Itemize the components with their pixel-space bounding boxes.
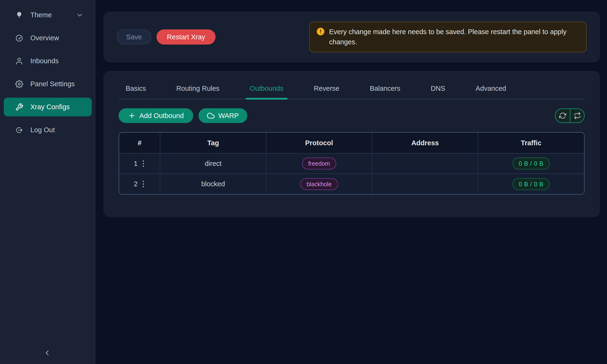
- sidebar-item-label: Theme: [30, 11, 52, 19]
- actions-card: Save Restart Xray ! Every change made he…: [103, 12, 600, 62]
- config-tabs: Basics Routing Rules Outbounds Reverse B…: [119, 71, 585, 99]
- table-header-row: # Tag Protocol Address Traffic: [119, 133, 584, 153]
- repeat-icon: [574, 112, 581, 119]
- table-row: 1 direct freedom 0 B / 0 B: [119, 153, 584, 174]
- warp-label: WARP: [218, 112, 239, 120]
- sidebar: Theme Overview Inbounds: [0, 0, 95, 364]
- add-outbound-button[interactable]: Add Outbound: [119, 108, 193, 123]
- row-menu-ellipsis-icon[interactable]: [141, 159, 145, 168]
- sidebar-item-xray-configs[interactable]: Xray Configs: [4, 98, 92, 116]
- row-index: 2: [134, 180, 138, 188]
- tag-cell: direct: [160, 153, 266, 174]
- table-row: 2 blocked blackhole 0 B / 0 B: [119, 174, 584, 194]
- logout-icon: [15, 126, 23, 134]
- sidebar-item-label: Xray Configs: [30, 103, 70, 111]
- sidebar-item-theme[interactable]: Theme: [4, 6, 92, 25]
- sidebar-item-log-out[interactable]: Log Out: [4, 121, 92, 139]
- repeat-button[interactable]: [570, 109, 584, 122]
- sidebar-nav: Theme Overview Inbounds: [0, 0, 95, 139]
- tab-dns[interactable]: DNS: [426, 85, 449, 99]
- warp-button[interactable]: WARP: [198, 108, 247, 123]
- protocol-badge: blackhole: [300, 178, 338, 190]
- sidebar-item-label: Panel Settings: [30, 80, 75, 88]
- tab-basics[interactable]: Basics: [121, 85, 150, 99]
- refresh-button-group: [555, 108, 585, 123]
- column-header-address: Address: [372, 133, 478, 153]
- user-icon: [15, 57, 23, 65]
- sidebar-item-label: Inbounds: [30, 57, 59, 65]
- sidebar-item-overview[interactable]: Overview: [4, 29, 92, 47]
- restart-xray-button[interactable]: Restart Xray: [157, 29, 215, 45]
- xray-config-card: Basics Routing Rules Outbounds Reverse B…: [103, 71, 600, 217]
- chevron-left-icon: [43, 349, 51, 357]
- gauge-icon: [15, 34, 23, 42]
- sidebar-item-inbounds[interactable]: Inbounds: [4, 52, 92, 70]
- outbounds-table: # Tag Protocol Address Traffic 1: [119, 132, 585, 195]
- address-cell: [372, 153, 478, 174]
- row-index: 1: [134, 160, 138, 168]
- alert-text: Every change made here needs to be saved…: [329, 27, 579, 47]
- gear-icon: [15, 80, 23, 88]
- outbounds-toolbar: Add Outbound WARP: [119, 108, 585, 123]
- save-button[interactable]: Save: [117, 29, 151, 45]
- sidebar-item-label: Log Out: [30, 126, 55, 134]
- tab-balancers[interactable]: Balancers: [365, 85, 405, 99]
- traffic-badge: 0 B / 0 B: [513, 178, 550, 190]
- column-header-protocol: Protocol: [266, 133, 372, 153]
- cloud-icon: [207, 112, 215, 119]
- bulb-icon: [15, 11, 23, 19]
- wrench-icon: [15, 103, 23, 111]
- protocol-badge: freedom: [302, 157, 336, 169]
- plus-icon: [128, 112, 136, 119]
- add-outbound-label: Add Outbound: [139, 112, 184, 120]
- sidebar-item-panel-settings[interactable]: Panel Settings: [4, 75, 92, 93]
- refresh-button[interactable]: [555, 109, 570, 122]
- main-content: Save Restart Xray ! Every change made he…: [95, 0, 607, 217]
- column-header-tag: Tag: [160, 133, 266, 153]
- tab-advanced[interactable]: Advanced: [471, 85, 511, 99]
- sidebar-item-label: Overview: [30, 34, 59, 42]
- address-cell: [372, 174, 478, 194]
- sidebar-collapse-button[interactable]: [41, 347, 53, 359]
- tag-cell: blocked: [160, 174, 266, 194]
- warning-icon: !: [317, 28, 324, 35]
- refresh-icon: [559, 112, 566, 119]
- tab-reverse[interactable]: Reverse: [309, 85, 343, 99]
- column-header-traffic: Traffic: [478, 133, 584, 153]
- traffic-badge: 0 B / 0 B: [513, 157, 550, 169]
- tab-outbounds[interactable]: Outbounds: [246, 85, 288, 99]
- chevron-down-icon: [76, 12, 83, 19]
- restart-warning-alert: ! Every change made here needs to be sav…: [309, 22, 587, 52]
- row-menu-ellipsis-icon[interactable]: [141, 179, 145, 189]
- tab-routing-rules[interactable]: Routing Rules: [172, 85, 224, 99]
- column-header-index: #: [119, 133, 160, 153]
